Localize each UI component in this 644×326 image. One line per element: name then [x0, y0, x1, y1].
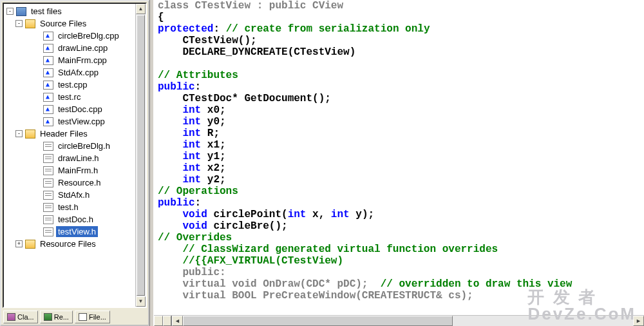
tree-root[interactable]: -test files	[4, 5, 135, 17]
tree-indent	[33, 228, 41, 235]
code-editor[interactable]: class CTestView : public CView { protect…	[154, 0, 644, 315]
splitter[interactable]	[149, 0, 154, 326]
tree-item-label: StdAfx.cpp	[56, 67, 100, 78]
tree-expander-icon[interactable]: +	[15, 240, 23, 247]
view-tab-re[interactable]: Re...	[40, 311, 73, 323]
tree-indent	[33, 32, 41, 39]
tree-folder[interactable]: +Resource Files	[4, 238, 135, 250]
tree-file[interactable]: circleBreDlg.cpp	[4, 30, 135, 42]
tree-file[interactable]: drawLine.h	[4, 152, 135, 164]
tree-indent	[33, 93, 41, 101]
tree-item-label: testView.cpp	[56, 116, 107, 127]
tree-indent	[33, 216, 41, 223]
tree-item-label: testDoc.h	[56, 214, 95, 225]
tree-indent	[33, 118, 41, 125]
tree-expander-icon[interactable]: -	[15, 20, 23, 27]
cpp-icon	[43, 32, 53, 41]
tree-item-label: Header Files	[38, 128, 90, 139]
h-icon	[43, 166, 53, 175]
folder-icon	[25, 240, 35, 249]
tree-folder[interactable]: -Source Files	[4, 17, 135, 30]
view-tabs: Cla...Re...File...	[1, 309, 148, 325]
tree-file[interactable]: test.cpp	[4, 79, 135, 91]
code-content[interactable]: class CTestView : public CView { protect…	[158, 0, 644, 302]
tree-file[interactable]: testDoc.h	[4, 213, 135, 225]
tree-indent	[33, 44, 41, 52]
code-horizontal-scrollbar[interactable]: ◄ ►	[154, 315, 644, 326]
h-icon	[43, 154, 53, 163]
tree-item-label: StdAfx.h	[56, 189, 91, 200]
scroll-up-button[interactable]: ▲	[136, 4, 146, 14]
h-icon	[43, 215, 53, 224]
file-tree[interactable]: -test files-Source FilescircleBreDlg.cpp…	[4, 4, 135, 307]
tree-item-label: drawLine.h	[56, 153, 101, 164]
tree-file[interactable]: testView.cpp	[4, 115, 135, 128]
scroll-prefix	[154, 316, 172, 326]
tree-file[interactable]: testDoc.cpp	[4, 103, 135, 115]
tree-file[interactable]: MainFrm.cpp	[4, 54, 135, 66]
tree-file[interactable]: drawLine.cpp	[4, 42, 135, 54]
tree-indent	[33, 57, 41, 64]
cpp-icon	[43, 117, 53, 126]
tree-item-label: drawLine.cpp	[56, 43, 109, 53]
scroll-down-button[interactable]: ▼	[136, 296, 146, 307]
cpp-icon	[43, 44, 53, 53]
tree-item-label: testDoc.cpp	[56, 104, 104, 115]
h-icon	[43, 178, 53, 187]
tree-expander-icon[interactable]: -	[6, 8, 14, 15]
tree-file[interactable]: Resource.h	[4, 177, 135, 189]
tree-item-label: Resource Files	[38, 238, 98, 249]
cpp-icon	[43, 56, 53, 65]
tree-file[interactable]: MainFrm.h	[4, 164, 135, 177]
scroll-thumb[interactable]	[137, 15, 145, 296]
file-explorer-panel: -test files-Source FilescircleBreDlg.cpp…	[0, 0, 149, 326]
tree-folder[interactable]: -Header Files	[4, 128, 135, 140]
view-tab-cla[interactable]: Cla...	[3, 311, 38, 323]
file-tree-container: -test files-Source FilescircleBreDlg.cpp…	[3, 3, 147, 308]
tree-item-label: test.rc	[56, 91, 82, 102]
tree-item-label: test files	[29, 6, 64, 17]
tree-indent	[33, 167, 41, 174]
tree-indent	[33, 106, 41, 113]
tree-item-label: test.cpp	[56, 79, 90, 90]
h-icon	[43, 203, 53, 212]
tree-indent	[33, 204, 41, 211]
folder-icon	[25, 129, 35, 139]
h-icon	[43, 227, 53, 236]
tree-vertical-scrollbar[interactable]: ▲ ▼	[135, 4, 146, 307]
tree-file[interactable]: test.h	[4, 201, 135, 213]
tree-indent	[33, 155, 41, 162]
cpp-icon	[43, 105, 53, 114]
cpp-icon	[43, 68, 53, 77]
tree-expander-icon[interactable]: -	[15, 130, 23, 137]
tree-indent	[33, 191, 41, 198]
workspace-icon	[16, 7, 26, 16]
h-icon	[43, 191, 53, 200]
tree-item-label: Source Files	[38, 18, 88, 29]
tree-item-label: MainFrm.h	[56, 165, 100, 176]
hscroll-thumb[interactable]	[183, 316, 453, 326]
tree-file[interactable]: testView.h	[4, 225, 135, 238]
cpp-icon	[43, 93, 53, 102]
scroll-left-button[interactable]: ◄	[172, 316, 183, 326]
tree-item-label: MainFrm.cpp	[56, 55, 109, 66]
view-tab-label: Re...	[54, 313, 69, 321]
tree-file[interactable]: test.rc	[4, 91, 135, 103]
scroll-right-button[interactable]: ►	[633, 316, 644, 326]
cpp-icon	[43, 81, 53, 90]
h-icon	[43, 142, 53, 151]
view-tab-label: Cla...	[17, 313, 34, 321]
view-tab-file[interactable]: File...	[75, 311, 110, 323]
hscroll-track[interactable]	[183, 316, 633, 326]
file-tab-icon	[79, 313, 87, 321]
tree-item-label: circleBreDlg.cpp	[56, 30, 121, 41]
re-tab-icon	[44, 313, 52, 321]
tree-indent	[33, 142, 41, 149]
code-editor-panel: class CTestView : public CView { protect…	[154, 0, 644, 326]
cla-tab-icon	[7, 313, 15, 321]
tree-file[interactable]: StdAfx.h	[4, 189, 135, 201]
tree-file[interactable]: circleBreDlg.h	[4, 140, 135, 152]
tree-item-label: test.h	[56, 202, 80, 213]
tree-file[interactable]: StdAfx.cpp	[4, 66, 135, 79]
tree-item-label: Resource.h	[56, 177, 102, 188]
